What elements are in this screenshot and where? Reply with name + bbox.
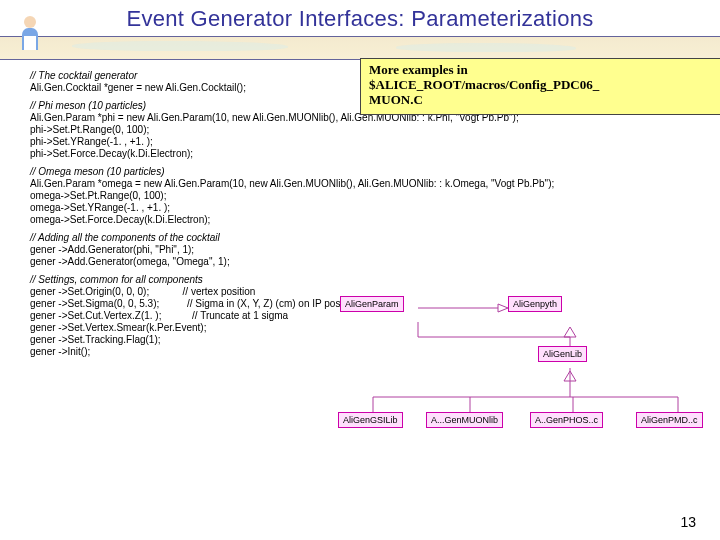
class-diagram: AliGenParam AliGenpyth AliGenLib AliGenG… [358,282,698,472]
slide-title: Event Generator Interfaces: Parameteriza… [0,6,720,32]
slide-header: Event Generator Interfaces: Parameteriza… [0,0,720,60]
code-line: Ali.Gen.Cocktail *gener = new Ali.Gen.Co… [30,82,246,93]
diagram-box-genlib: AliGenLib [538,346,587,362]
code-line: gener ->Init(); [30,346,90,357]
code-comment: // Omega meson (10 particles) [30,166,165,177]
diagram-box-phoslib: A..GenPHOS..c [530,412,603,428]
code-line: gener ->Set.Sigma(0, 0, 5.3); // Sigma i… [30,298,359,309]
examples-callout: More examples in $ALICE_ROOT/macros/Conf… [360,58,720,115]
callout-line: More examples in [369,63,720,78]
code-line: omega->Set.Pt.Range(0, 100); [30,190,166,201]
callout-line: MUON.C [369,93,720,108]
code-line: gener ->Add.Generator(omega, "Omega", 1)… [30,256,230,267]
code-comment: // Adding all the components of the cock… [30,232,220,243]
code-line: phi->Set.YRange(-1. , +1. ); [30,136,153,147]
diagram-box-pmdlib: AliGenPMD..c [636,412,703,428]
code-line: gener ->Add.Generator(phi, "Phi", 1); [30,244,194,255]
diagram-box-param: AliGenParam [340,296,404,312]
code-comment: // The cocktail generator [30,70,137,81]
code-line: gener ->Set.Origin(0, 0, 0); // vertex p… [30,286,255,297]
svg-marker-5 [564,327,576,337]
diagram-box-muonlib: A...GenMUONlib [426,412,503,428]
page-number: 13 [680,514,696,530]
code-line: gener ->Set.Cut.Vertex.Z(1. ); // Trunca… [30,310,288,321]
code-comment: // Settings, common for all components [30,274,203,285]
code-block-add: // Adding all the components of the cock… [30,232,710,268]
code-line: gener ->Set.Tracking.Flag(1); [30,334,161,345]
code-line: Ali.Gen.Param *omega = new Ali.Gen.Param… [30,178,554,189]
callout-line: $ALICE_ROOT/macros/Config_PDC06_ [369,78,720,93]
diagram-box-gslib: AliGenGSILib [338,412,403,428]
code-line: phi->Set.Pt.Range(0, 100); [30,124,149,135]
svg-marker-1 [498,304,508,312]
decorative-map-stripe [0,36,720,60]
diagram-box-genpyth: AliGenpyth [508,296,562,312]
code-comment: // Phi meson (10 particles) [30,100,146,111]
code-line: gener ->Set.Vertex.Smear(k.Per.Event); [30,322,206,333]
code-block-omega: // Omega meson (10 particles) Ali.Gen.Pa… [30,166,710,226]
code-line: omega->Set.YRange(-1. , +1. ); [30,202,170,213]
code-line: omega->Set.Force.Decay(k.Di.Electron); [30,214,210,225]
code-line: phi->Set.Force.Decay(k.Di.Electron); [30,148,193,159]
